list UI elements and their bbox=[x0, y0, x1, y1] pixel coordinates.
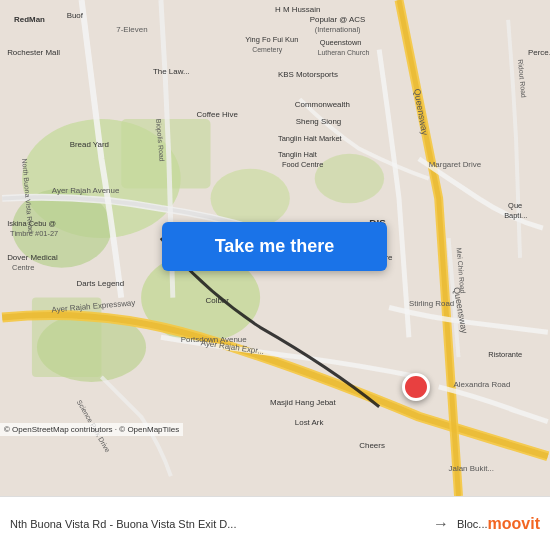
svg-text:Popular @ ACS: Popular @ ACS bbox=[310, 15, 366, 24]
svg-text:(International): (International) bbox=[315, 25, 361, 34]
svg-text:Jalan Bukit...: Jalan Bukit... bbox=[449, 464, 494, 473]
svg-text:Coffee Hive: Coffee Hive bbox=[197, 110, 239, 119]
svg-text:Timbre #01-27: Timbre #01-27 bbox=[10, 229, 58, 238]
svg-text:Rochester Mall: Rochester Mall bbox=[7, 48, 60, 57]
svg-text:KBS Motorsports: KBS Motorsports bbox=[278, 70, 338, 79]
svg-text:Perce...: Perce... bbox=[528, 48, 550, 57]
app-container: Queensway Queensway Ayer Rajah Expresswa… bbox=[0, 0, 550, 550]
take-me-there-button[interactable]: Take me there bbox=[162, 222, 387, 271]
map-attribution: © OpenStreetMap contributors · © OpenMap… bbox=[0, 423, 183, 436]
svg-text:Cheers: Cheers bbox=[359, 441, 385, 450]
origin-label: Nth Buona Vista Rd - Buona Vista Stn Exi… bbox=[10, 518, 425, 530]
svg-text:Ying Fo Fui Kun: Ying Fo Fui Kun bbox=[245, 35, 298, 44]
svg-text:Dover Medical: Dover Medical bbox=[7, 253, 58, 262]
svg-text:Cemetery: Cemetery bbox=[252, 46, 283, 54]
svg-text:Bapti...: Bapti... bbox=[504, 211, 527, 220]
svg-text:Sheng Siong: Sheng Siong bbox=[296, 117, 341, 126]
svg-text:Margaret Drive: Margaret Drive bbox=[429, 160, 482, 169]
destination-pin bbox=[402, 373, 430, 401]
svg-text:Queenstown: Queenstown bbox=[320, 38, 362, 47]
svg-text:Centre: Centre bbox=[12, 263, 34, 272]
svg-text:Commonwealth: Commonwealth bbox=[295, 100, 350, 109]
svg-text:Alexandra Road: Alexandra Road bbox=[454, 380, 511, 389]
destination-label: Bloc... bbox=[457, 518, 488, 530]
svg-text:Ristorante: Ristorante bbox=[488, 350, 522, 359]
svg-text:Food Centre: Food Centre bbox=[282, 160, 323, 169]
svg-text:Bread Yard: Bread Yard bbox=[70, 140, 109, 149]
svg-point-8 bbox=[315, 154, 384, 204]
moovit-logo-text: moovit bbox=[488, 515, 540, 533]
svg-text:RedMan: RedMan bbox=[14, 15, 45, 24]
svg-text:Colbar: Colbar bbox=[206, 296, 230, 305]
svg-text:H M Hussain: H M Hussain bbox=[275, 5, 320, 14]
svg-text:Stirling Road: Stirling Road bbox=[409, 299, 454, 308]
bottom-bar: Nth Buona Vista Rd - Buona Vista Stn Exi… bbox=[0, 496, 550, 550]
svg-text:Tanglin Halt: Tanglin Halt bbox=[278, 150, 318, 159]
map-area: Queensway Queensway Ayer Rajah Expresswa… bbox=[0, 0, 550, 496]
svg-text:Buof: Buof bbox=[67, 11, 84, 20]
svg-text:Que: Que bbox=[508, 201, 522, 210]
svg-text:The Law...: The Law... bbox=[153, 67, 190, 76]
moovit-logo: moovit bbox=[488, 515, 540, 533]
svg-text:Tanglin Halt Market: Tanglin Halt Market bbox=[278, 134, 343, 143]
svg-text:Ayer Rajah Avenue: Ayer Rajah Avenue bbox=[52, 186, 120, 195]
svg-text:Portsdown Avenue: Portsdown Avenue bbox=[181, 335, 248, 344]
arrow-icon: → bbox=[433, 515, 449, 533]
svg-text:Iskina Cebu @: Iskina Cebu @ bbox=[7, 219, 56, 228]
svg-text:7-Eleven: 7-Eleven bbox=[116, 25, 147, 34]
svg-text:Darts Legend: Darts Legend bbox=[77, 279, 125, 288]
pin-marker bbox=[402, 373, 430, 401]
svg-text:Lost Ark: Lost Ark bbox=[295, 418, 324, 427]
svg-text:Masjid Hang Jebat: Masjid Hang Jebat bbox=[270, 398, 336, 407]
svg-text:Lutheran Church: Lutheran Church bbox=[318, 49, 370, 56]
